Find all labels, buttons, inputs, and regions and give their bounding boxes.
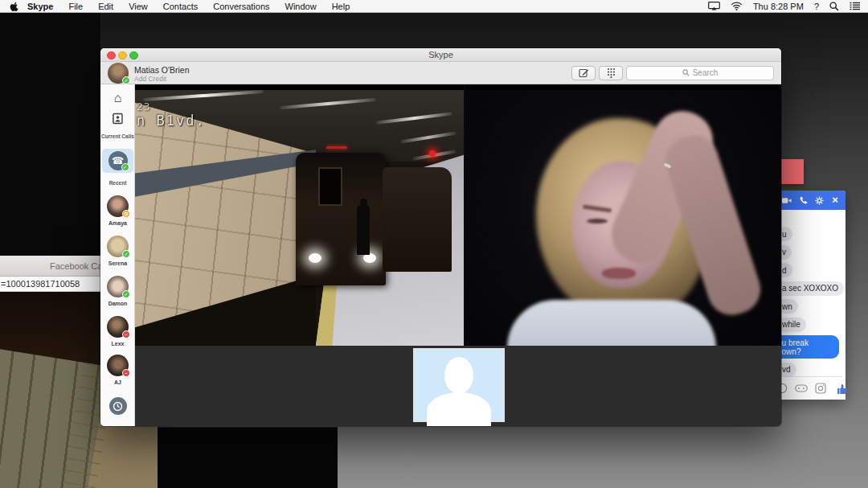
search-input[interactable]: Search <box>626 66 774 80</box>
search-icon <box>682 69 690 76</box>
subway-cctv-video: 23 n B1vd. <box>135 84 464 346</box>
chat-bubble-received: a sec XOXOXO <box>776 281 844 296</box>
thumbs-up-icon[interactable] <box>837 383 849 395</box>
compose-button[interactable] <box>571 66 596 80</box>
status-busy-badge: – <box>122 369 130 377</box>
apple-menu-icon[interactable] <box>0 1 27 12</box>
chat-bubble-sent: ou break down? <box>772 335 839 359</box>
contact-amaya[interactable]: Amaya <box>100 195 135 226</box>
contact-avatar: – <box>107 316 129 338</box>
contact-name: AJ <box>100 379 135 385</box>
messenger-chat-header: × <box>772 191 845 210</box>
call-status-badge: ✓ <box>121 163 129 171</box>
display-mirroring-icon[interactable] <box>708 2 720 10</box>
menu-window[interactable]: Window <box>285 2 317 11</box>
menu-contacts[interactable]: Contacts <box>163 2 198 11</box>
settings-gear-icon[interactable] <box>814 195 824 205</box>
menu-edit[interactable]: Edit <box>98 2 113 11</box>
signal-light <box>429 150 436 157</box>
menu-help[interactable]: Help <box>332 2 350 11</box>
skype-toolbar: ✓ Matias O'Brien Add Credit Search <box>100 62 781 84</box>
contact-avatar: ✓ <box>107 276 129 297</box>
camera-icon[interactable] <box>815 383 826 394</box>
train <box>296 153 386 285</box>
black-background-window[interactable] <box>158 427 338 488</box>
call-stage: 23 n B1vd. <box>135 84 781 426</box>
chat-input-toolbar <box>772 377 845 400</box>
user-avatar[interactable]: ✓ <box>108 63 129 84</box>
contact-aj[interactable]: –AJ <box>100 355 135 385</box>
current-calls-label: Current Calls <box>100 133 135 140</box>
messenger-chat-panel: × uvda sec XOXOXOwnwhileou break down?vd <box>772 191 845 400</box>
contact-name: Lexx <box>100 341 135 347</box>
voice-call-icon[interactable] <box>798 195 808 205</box>
wifi-icon[interactable] <box>731 2 743 10</box>
dark-desktop-region <box>0 13 100 257</box>
avatar-placeholder-icon <box>444 357 473 394</box>
menu-file[interactable]: File <box>68 2 83 11</box>
skype-sidebar: ⌂ Current Calls ☎✓ Recent Amaya✓Serena✓D… <box>100 84 135 426</box>
crying-woman-video <box>464 84 781 346</box>
contact-lexx[interactable]: –Lexx <box>100 316 135 347</box>
empty-participant-tile <box>413 348 505 422</box>
menu-view[interactable]: View <box>129 2 148 11</box>
person-on-platform <box>357 205 370 255</box>
contact-avatar <box>107 195 129 217</box>
search-placeholder: Search <box>693 68 719 77</box>
menubar-clock[interactable]: Thu 8:28 PM <box>753 2 804 11</box>
contact-serena[interactable]: ✓Serena <box>100 236 135 266</box>
contact-avatar: – <box>107 355 129 376</box>
menu-skype[interactable]: Skype <box>27 2 53 11</box>
spotlight-search-icon[interactable] <box>829 2 839 11</box>
macos-menubar: SkypeFileEditViewContactsConversationsWi… <box>0 0 868 13</box>
history-clock-icon[interactable] <box>109 397 127 415</box>
contact-name: Serena <box>100 260 135 266</box>
games-controller-icon[interactable] <box>795 383 808 393</box>
help-menu[interactable]: ? <box>814 2 819 11</box>
contact-name: Amaya <box>100 220 135 226</box>
recent-label: Recent <box>100 180 135 187</box>
menu-conversations[interactable]: Conversations <box>213 2 269 11</box>
status-away-badge <box>122 210 130 218</box>
cctv-overlay-text: 23 n B1vd. <box>137 100 206 129</box>
contact-avatar: ✓ <box>107 236 129 257</box>
status-online-badge: ✓ <box>122 290 130 298</box>
close-chat-icon[interactable]: × <box>830 195 840 205</box>
notification-center-icon[interactable] <box>850 2 860 10</box>
dialpad-button[interactable] <box>599 66 623 80</box>
message-list: uvda sec XOXOXOwnwhileou break down?vd <box>772 227 845 377</box>
video-call-icon[interactable] <box>782 195 792 205</box>
status-busy-badge: – <box>122 330 130 338</box>
home-icon[interactable]: ⌂ <box>100 92 135 105</box>
current-call-item[interactable]: ☎✓ <box>102 149 133 173</box>
contact-damon[interactable]: ✓Damon <box>100 276 135 306</box>
contact-name: Damon <box>100 301 135 306</box>
call-bottom-strip <box>135 346 781 426</box>
user-name[interactable]: Matias O'Brien <box>134 65 190 75</box>
status-online-badge: ✓ <box>122 250 130 258</box>
phone-icon: ☎✓ <box>108 151 128 170</box>
skype-window: Skype ✓ Matias O'Brien Add Credit Search… <box>100 48 781 426</box>
skype-titlebar[interactable]: Skype <box>100 48 781 62</box>
add-credit-link[interactable]: Add Credit <box>134 75 166 83</box>
contacts-icon[interactable] <box>100 113 135 128</box>
window-title: Skype <box>100 50 781 59</box>
online-status-badge: ✓ <box>122 76 130 84</box>
